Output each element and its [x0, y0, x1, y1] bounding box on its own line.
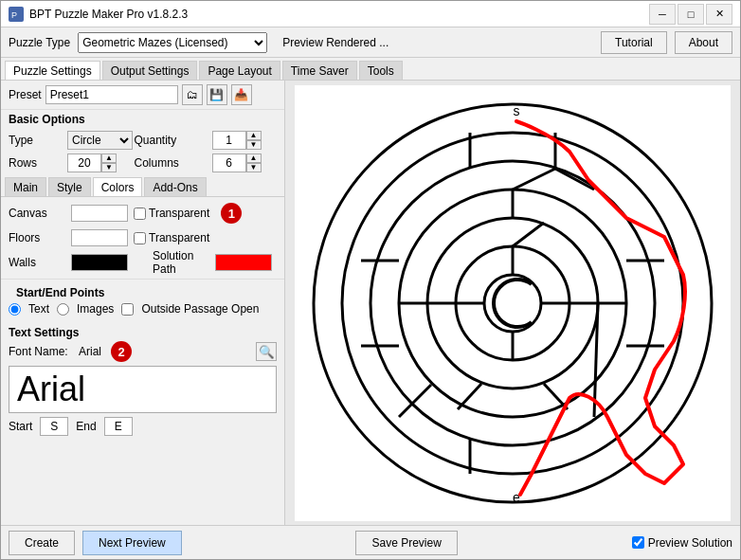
tab-output-settings[interactable]: Output Settings — [102, 61, 198, 80]
radio-row: Text Images Outside Passage Open — [9, 302, 277, 316]
preset-save-button[interactable]: 💾 — [207, 84, 227, 105]
type-label: Type — [9, 134, 65, 147]
subtab-addons[interactable]: Add-Ons — [144, 177, 206, 196]
subtab-main[interactable]: Main — [5, 177, 46, 196]
columns-down[interactable]: ▼ — [246, 163, 262, 172]
type-select[interactable]: Circle — [67, 131, 133, 150]
text-radio-label: Text — [28, 302, 49, 316]
columns-up[interactable]: ▲ — [246, 154, 262, 163]
font-preview-text: Arial — [17, 370, 85, 409]
quantity-up[interactable]: ▲ — [246, 131, 262, 140]
canvas-color-row: Canvas Transparent 1 — [9, 203, 277, 224]
svg-text:e: e — [513, 490, 520, 505]
basic-options-label: Basic Options — [1, 110, 284, 129]
next-preview-button[interactable]: Next Preview — [82, 531, 182, 555]
puzzle-type-label: Puzzle Type — [9, 36, 70, 49]
title-bar-left: P BPT Puzzle Maker Pro v1.8.2.3 — [9, 7, 188, 22]
puzzle-type-select[interactable]: Geometric Mazes (Licensed) — [78, 32, 267, 53]
columns-input[interactable] — [212, 154, 246, 172]
left-panel: Preset 🗂 💾 📥 Basic Options Type Circle Q… — [1, 81, 285, 525]
floors-transparent-check[interactable] — [134, 232, 146, 244]
text-radio[interactable] — [9, 303, 21, 316]
columns-spin-buttons: ▲ ▼ — [246, 154, 262, 172]
subtabs-bar: Main Style Colors Add-Ons — [1, 174, 284, 197]
colors-panel: Canvas Transparent 1 Floors Transparent — [1, 197, 284, 279]
tab-tools[interactable]: Tools — [359, 61, 403, 80]
walls-color-row: Walls Solution Path — [9, 252, 277, 273]
tab-puzzle-settings[interactable]: Puzzle Settings — [5, 61, 100, 80]
maze-svg: s e — [304, 95, 721, 512]
start-end-label: Start/End Points — [9, 283, 277, 302]
font-preview-box: Arial — [9, 366, 277, 413]
canvas-label: Canvas — [9, 207, 65, 220]
columns-label: Columns — [135, 156, 210, 170]
columns-spinner: ▲ ▼ — [212, 154, 278, 172]
end-label: End — [76, 420, 96, 433]
saveas-icon: 📥 — [234, 88, 248, 101]
about-button[interactable]: About — [675, 31, 732, 54]
maximize-button[interactable]: □ — [678, 4, 704, 25]
outside-passage-check[interactable] — [121, 303, 134, 316]
badge-1: 1 — [221, 203, 242, 224]
tab-time-saver[interactable]: Time Saver — [282, 61, 357, 80]
quantity-down[interactable]: ▼ — [246, 140, 262, 150]
rows-input[interactable] — [67, 154, 101, 172]
preset-folder-button[interactable]: 🗂 — [182, 84, 203, 105]
save-preview-button[interactable]: Save Preview — [355, 531, 457, 555]
svg-text:s: s — [514, 103, 520, 118]
rows-down[interactable]: ▼ — [101, 163, 117, 172]
floors-label: Floors — [9, 231, 65, 244]
preset-saveas-button[interactable]: 📥 — [231, 84, 252, 105]
images-radio-label: Images — [77, 302, 114, 316]
walls-label: Walls — [9, 256, 65, 269]
title-text: BPT Puzzle Maker Pro v1.8.2.3 — [29, 8, 188, 21]
quantity-label: Quantity — [135, 134, 210, 147]
floors-color-row: Floors Transparent — [9, 227, 277, 248]
title-bar-controls: ─ □ ✕ — [649, 4, 732, 25]
rows-up[interactable]: ▲ — [101, 154, 117, 163]
toolbar: Puzzle Type Geometric Mazes (Licensed) P… — [1, 27, 740, 58]
canvas-transparent-row: Transparent — [134, 207, 209, 220]
tab-page-layout[interactable]: Page Layout — [199, 61, 280, 80]
start-label: Start — [9, 420, 32, 433]
subtab-colors[interactable]: Colors — [93, 177, 143, 196]
rows-spin-buttons: ▲ ▼ — [101, 154, 117, 172]
images-radio[interactable] — [57, 303, 69, 316]
canvas-color-swatch[interactable] — [71, 205, 128, 222]
preview-solution-row: Preview Solution — [632, 536, 732, 550]
preset-label: Preset — [9, 88, 42, 101]
preview-solution-label: Preview Solution — [648, 536, 732, 550]
search-icon: 🔍 — [259, 345, 275, 359]
end-input[interactable] — [104, 417, 133, 436]
font-search-button[interactable]: 🔍 — [256, 342, 277, 361]
maze-container: s e — [295, 85, 731, 521]
floors-transparent-row: Transparent — [134, 231, 209, 244]
close-button[interactable]: ✕ — [706, 4, 732, 25]
walls-color-swatch[interactable] — [71, 254, 128, 271]
start-input[interactable] — [40, 417, 68, 436]
font-name-value: Arial — [79, 345, 101, 358]
minimize-button[interactable]: ─ — [649, 4, 676, 25]
solution-color-swatch[interactable] — [215, 254, 272, 271]
create-button[interactable]: Create — [9, 531, 75, 555]
font-name-label: Font Name: — [9, 345, 75, 358]
quantity-input[interactable] — [212, 131, 246, 150]
preset-input[interactable] — [45, 85, 178, 104]
rows-spinner: ▲ ▼ — [67, 154, 133, 172]
rows-label: Rows — [9, 156, 65, 170]
floors-transparent-label: Transparent — [149, 231, 209, 244]
solution-path-label: Solution Path — [153, 249, 209, 276]
floors-color-swatch[interactable] — [71, 229, 128, 246]
tutorial-button[interactable]: Tutorial — [601, 31, 667, 54]
preview-solution-check[interactable] — [632, 536, 644, 549]
rows-cols-row: Rows ▲ ▼ Columns ▲ ▼ — [1, 152, 284, 174]
subtab-style[interactable]: Style — [48, 177, 91, 196]
quantity-spin-buttons: ▲ ▼ — [246, 131, 262, 150]
canvas-transparent-check[interactable] — [134, 208, 146, 220]
title-bar: P BPT Puzzle Maker Pro v1.8.2.3 ─ □ ✕ — [1, 1, 740, 27]
basic-options-section: Basic Options Type Circle Quantity ▲ ▼ R… — [1, 110, 284, 174]
main-layout: Preset 🗂 💾 📥 Basic Options Type Circle Q… — [1, 81, 740, 525]
quantity-spinner: ▲ ▼ — [212, 131, 278, 150]
app-icon: P — [9, 7, 24, 22]
text-settings-label: Text Settings — [9, 326, 277, 339]
